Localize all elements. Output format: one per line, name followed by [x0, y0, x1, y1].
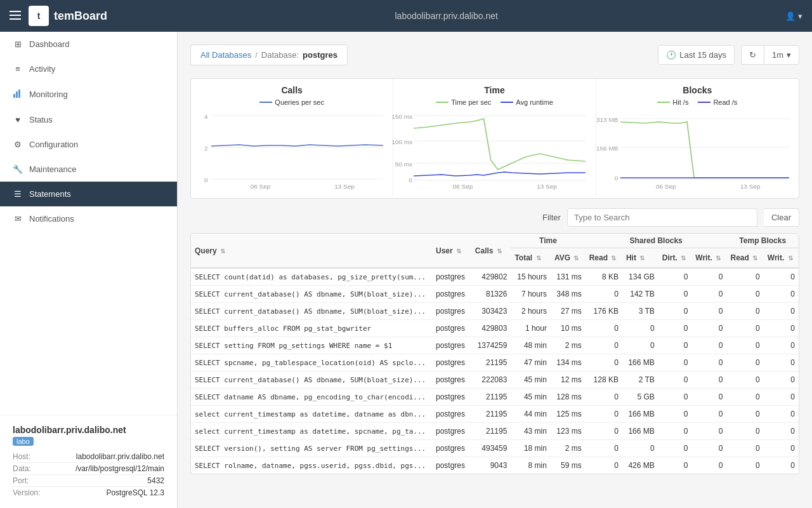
cell-query-6[interactable]: SELECT current_database() AS dbname, SUM…: [191, 371, 432, 389]
sidebar-label-statements: Statements: [29, 189, 71, 199]
th-shared-dirt[interactable]: Dirt. ⇅: [658, 248, 692, 269]
sidebar-item-status[interactable]: ♥ Status: [0, 107, 177, 132]
cell-temp-writ-7: 0: [764, 389, 799, 406]
th-shared-writ[interactable]: Writ. ⇅: [691, 248, 726, 269]
last-days-button[interactable]: 🕐 Last 15 days: [658, 45, 735, 65]
sidebar-item-activity[interactable]: ≡ Activity: [0, 57, 177, 81]
sidebar-item-maintenance[interactable]: 🔧 Maintenance: [0, 157, 177, 182]
cell-shared-writ-7: 0: [691, 389, 726, 406]
cell-temp-writ-5: 0: [764, 354, 799, 371]
svg-text:06 Sep: 06 Sep: [251, 183, 270, 189]
cell-query-5[interactable]: SELECT spcname, pg_tablespace_location(o…: [191, 354, 432, 371]
th-shared-blocks-label: Shared Blocks: [629, 236, 682, 245]
blocks-legend-line-blue: [698, 102, 710, 103]
version-value: PostgreSQL 12.3: [48, 487, 164, 499]
cell-total-8: 44 min: [511, 406, 551, 423]
th-temp-read[interactable]: Read ⇅: [727, 248, 764, 269]
cell-temp-writ-0: 0: [764, 268, 799, 286]
cell-shared-read-3: 0: [586, 320, 622, 337]
th-user[interactable]: User ⇅: [432, 234, 471, 268]
sidebar-item-dashboard[interactable]: ⊞ Dashboard: [0, 32, 177, 57]
cell-shared-hit-9: 166 MB: [622, 423, 658, 440]
cell-calls-7: 21195: [471, 389, 511, 406]
cell-query-10[interactable]: SELECT version(), setting AS server FROM…: [191, 440, 432, 457]
sidebar-item-configuration[interactable]: ⚙ Configuration: [0, 132, 177, 157]
cell-user-5: postgres: [432, 354, 471, 371]
cell-shared-read-8: 0: [586, 406, 622, 423]
time-chart-legend: Time per sec Avg runtime: [400, 98, 589, 106]
time-legend-line-green: [436, 102, 449, 103]
sort-icon-shared-hit: ⇅: [639, 255, 645, 262]
cell-temp-writ-1: 0: [764, 286, 799, 303]
calls-legend-line: [259, 102, 272, 103]
brand-name: temBoard: [54, 10, 107, 23]
cell-avg-4: 2 ms: [551, 337, 586, 354]
th-calls[interactable]: Calls ⇅: [471, 234, 511, 268]
cell-shared-writ-0: 0: [691, 268, 726, 286]
table-group-header-row: Query ⇅ User ⇅ Calls ⇅ Time: [191, 234, 799, 248]
th-temp-writ[interactable]: Writ. ⇅: [764, 248, 799, 269]
th-shared-read[interactable]: Read ⇅: [586, 248, 622, 269]
time-chart-panel: Time Time per sec Avg runtime 150 ms 100…: [393, 79, 596, 198]
cell-query-3[interactable]: SELECT buffers_alloc FROM pg_stat_bgwrit…: [191, 320, 432, 337]
cell-shared-read-7: 0: [586, 389, 622, 406]
cell-user-10: postgres: [432, 440, 471, 457]
sidebar-label-activity: Activity: [29, 64, 55, 74]
cell-avg-5: 134 ms: [551, 354, 586, 371]
cell-temp-writ-3: 0: [764, 320, 799, 337]
cell-calls-0: 429802: [471, 268, 511, 286]
cell-avg-1: 348 ms: [551, 286, 586, 303]
refresh-interval-button[interactable]: 1m ▾: [764, 45, 799, 65]
cell-user-11: postgres: [432, 457, 471, 474]
cell-shared-read-1: 0: [586, 286, 622, 303]
port-label: Port:: [13, 475, 48, 487]
cell-shared-writ-8: 0: [691, 406, 726, 423]
sidebar-item-notifications[interactable]: ✉ Notifications: [0, 206, 177, 231]
cell-query-1[interactable]: SELECT current_database() AS dbname, SUM…: [191, 286, 432, 303]
refresh-button[interactable]: ↻: [741, 45, 764, 65]
breadcrumb-all-databases[interactable]: All Databases: [200, 50, 251, 60]
user-menu[interactable]: 👤 ▾: [785, 11, 802, 21]
filter-search-input[interactable]: [567, 208, 757, 227]
cell-temp-read-0: 0: [727, 268, 764, 286]
cell-query-9[interactable]: select current_timestamp as datetime, sp…: [191, 423, 432, 440]
cell-calls-4: 1374259: [471, 337, 511, 354]
table-row: SELECT current_database() AS dbname, SUM…: [191, 286, 799, 303]
cell-total-9: 43 min: [511, 423, 551, 440]
sidebar-item-monitoring[interactable]: Monitoring: [0, 81, 177, 107]
server-title: labodolibarr.priv.dalibo.net: [107, 11, 785, 21]
sidebar-item-statements[interactable]: ☰ Statements: [0, 182, 177, 206]
time-legend-label-avg: Avg runtime: [516, 98, 553, 106]
main-content: All Databases / Database: postgres 🕐 Las…: [178, 32, 812, 508]
cell-shared-writ-3: 0: [691, 320, 726, 337]
filter-clear-button[interactable]: Clear: [764, 208, 799, 227]
cell-temp-read-10: 0: [727, 440, 764, 457]
cell-avg-6: 12 ms: [551, 371, 586, 389]
footer-data-row: Data: /var/lib/postgresql/12/main: [13, 463, 164, 475]
hamburger-icon[interactable]: [10, 11, 21, 22]
th-shared-blocks-group: Shared Blocks: [586, 234, 727, 248]
th-total[interactable]: Total ⇅: [511, 248, 551, 269]
cell-query-4[interactable]: SELECT setting FROM pg_settings WHERE na…: [191, 337, 432, 354]
svg-text:13 Sep: 13 Sep: [334, 183, 354, 189]
table-row: SELECT version(), setting AS server FROM…: [191, 440, 799, 457]
calls-legend-label: Queries per sec: [275, 98, 324, 106]
th-time-group-label: Time: [539, 236, 557, 245]
th-shared-hit[interactable]: Hit ⇅: [622, 248, 658, 269]
cell-shared-writ-5: 0: [691, 354, 726, 371]
cell-shared-dirt-9: 0: [658, 423, 692, 440]
data-label: Data:: [13, 463, 48, 475]
cell-query-8[interactable]: select current_timestamp as datetime, da…: [191, 406, 432, 423]
svg-text:06 Sep: 06 Sep: [656, 183, 676, 189]
cell-shared-hit-2: 3 TB: [622, 303, 658, 320]
blocks-chart-legend: Hit /s Read /s: [603, 98, 792, 106]
cell-query-7[interactable]: SELECT datname AS dbname, pg_encoding_to…: [191, 389, 432, 406]
cell-query-11[interactable]: SELECT rolname, datname, pgss.userid, pg…: [191, 457, 432, 474]
cell-user-0: postgres: [432, 268, 471, 286]
th-query[interactable]: Query ⇅: [191, 234, 432, 268]
cell-query-0[interactable]: SELECT count(datid) as databases, pg_siz…: [191, 268, 432, 286]
cell-avg-11: 59 ms: [551, 457, 586, 474]
cell-shared-writ-9: 0: [691, 423, 726, 440]
cell-query-2[interactable]: SELECT current_database() AS dbname, SUM…: [191, 303, 432, 320]
th-avg[interactable]: AVG ⇅: [551, 248, 586, 269]
